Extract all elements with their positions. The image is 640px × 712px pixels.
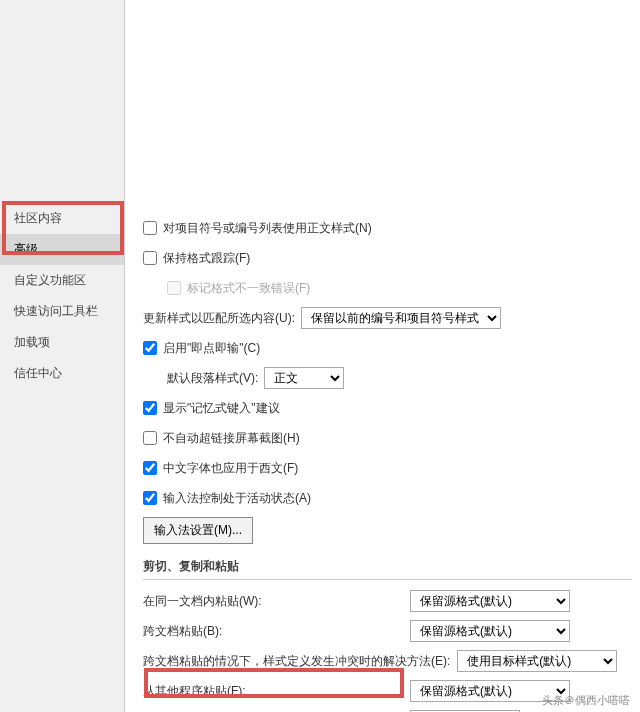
select-update-style[interactable]: 保留以前的编号和项目符号样式	[301, 307, 501, 329]
label-no-auto-hyperlink: 不自动超链接屏幕截图(H)	[163, 430, 300, 447]
select-default-para-style[interactable]: 正文	[264, 367, 344, 389]
checkbox-click-and-type[interactable]	[143, 341, 157, 355]
label-paste-same-doc: 在同一文档内粘贴(W):	[143, 593, 403, 610]
checkbox-keep-format-track[interactable]	[143, 251, 157, 265]
sidebar-item-advanced[interactable]: 高级	[0, 234, 124, 265]
checkbox-body-style[interactable]	[143, 221, 157, 235]
sidebar: 社区内容 高级 自定义功能区 快速访问工具栏 加载项 信任中心	[0, 0, 125, 712]
section-title-paste: 剪切、复制和粘贴	[143, 558, 632, 580]
label-paste-other-prog: 从其他程序粘贴(F):	[143, 683, 403, 700]
checkbox-no-auto-hyperlink[interactable]	[143, 431, 157, 445]
label-track-inconsistent: 标记格式不一致错误(F)	[187, 280, 310, 297]
label-body-style: 对项目符号或编号列表使用正文样式(N)	[163, 220, 372, 237]
button-ime-settings[interactable]: 输入法设置(M)...	[143, 517, 253, 544]
label-click-and-type: 启用"即点即输"(C)	[163, 340, 260, 357]
checkbox-track-inconsistent	[167, 281, 181, 295]
label-memory-type: 显示"记忆式键入"建议	[163, 400, 280, 417]
label-default-para-style: 默认段落样式(V):	[167, 370, 258, 387]
label-paste-cross-conflict: 跨文档粘贴的情况下，样式定义发生冲突时的解决方法(E):	[143, 653, 450, 670]
options-panel: 对项目符号或编号列表使用正文样式(N) 保持格式跟踪(F) 标记格式不一致错误(…	[125, 0, 640, 712]
sidebar-item-0[interactable]: 社区内容	[0, 203, 124, 234]
sidebar-item-addins[interactable]: 加载项	[0, 327, 124, 358]
sidebar-item-trust-center[interactable]: 信任中心	[0, 358, 124, 389]
label-ime-active: 输入法控制处于活动状态(A)	[163, 490, 311, 507]
label-keep-format-track: 保持格式跟踪(F)	[163, 250, 250, 267]
label-update-style: 更新样式以匹配所选内容(U):	[143, 310, 295, 327]
sidebar-item-quick-access[interactable]: 快速访问工具栏	[0, 296, 124, 327]
checkbox-memory-type[interactable]	[143, 401, 157, 415]
checkbox-cjk-western[interactable]	[143, 461, 157, 475]
watermark: 头条＠偶西小嗒嗒	[542, 693, 630, 708]
select-paste-cross-doc[interactable]: 保留源格式(默认)	[410, 620, 570, 642]
label-cjk-western: 中文字体也应用于西文(F)	[163, 460, 298, 477]
select-paste-cross-conflict[interactable]: 使用目标样式(默认)	[457, 650, 617, 672]
label-paste-cross-doc: 跨文档粘贴(B):	[143, 623, 403, 640]
select-paste-same-doc[interactable]: 保留源格式(默认)	[410, 590, 570, 612]
sidebar-item-customize-ribbon[interactable]: 自定义功能区	[0, 265, 124, 296]
checkbox-ime-active[interactable]	[143, 491, 157, 505]
